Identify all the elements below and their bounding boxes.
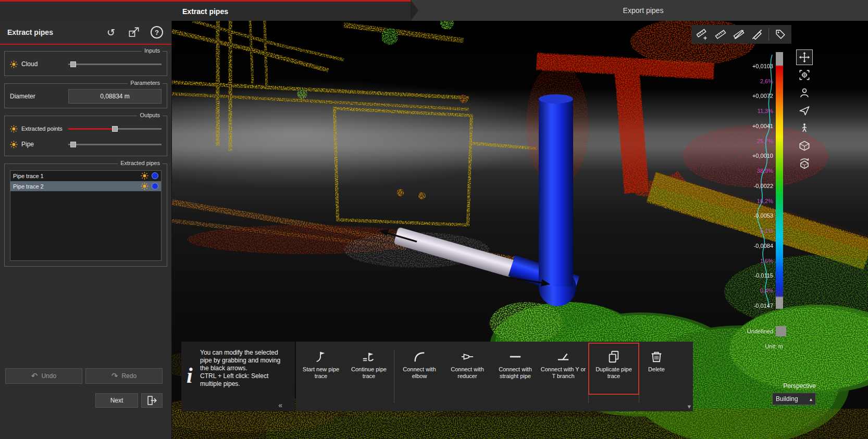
- start-new-pipe-trace-button[interactable]: Start new pipe trace: [297, 342, 345, 411]
- export-icon: [128, 27, 140, 38]
- trash-icon: [650, 350, 663, 363]
- outputs-group: Outputs Extracted points Pipe: [4, 116, 167, 156]
- ortho-view-icon[interactable]: [796, 138, 813, 154]
- scale-value: -0,0053: [724, 212, 773, 219]
- panel-header: Extract pipes ↺ ?: [0, 21, 171, 45]
- connect-straight-pipe-button[interactable]: Connect with straight pipe: [491, 342, 539, 411]
- branch-icon: [556, 350, 570, 363]
- toolbar-divider: [768, 28, 769, 41]
- viewport-3d[interactable]: +0,0103 2,6% +0,0072 11,3% +0,0041 25,7%…: [172, 21, 868, 439]
- clear-measures-icon[interactable]: [730, 27, 747, 42]
- next-label: Next: [110, 397, 123, 404]
- extracted-pipes-legend: Extracted pipes: [118, 160, 163, 166]
- info-text: the black arrows.: [200, 365, 291, 372]
- undefined-label: Undefined: [724, 328, 773, 334]
- scale-value: -0,0115: [724, 272, 773, 279]
- scale-percent: 0,4%: [724, 287, 773, 294]
- redo-label: Redo: [121, 372, 137, 380]
- scale-percent: 38,9%: [724, 168, 773, 174]
- label-tag-icon[interactable]: [772, 27, 789, 42]
- scale-value: -0,0147: [724, 303, 773, 309]
- export-window-icon[interactable]: [127, 25, 141, 40]
- extract-pipes-panel: Extract pipes ↺ ? Inputs Cloud Parameter…: [0, 21, 172, 439]
- pan-mode-icon[interactable]: [796, 49, 813, 65]
- duplicate-pipe-trace-button[interactable]: Duplicate pipe trace: [590, 342, 638, 411]
- hide-annotations-icon[interactable]: [749, 27, 765, 42]
- scale-value: +0,0103: [724, 63, 773, 70]
- scale-value: +0,0041: [724, 123, 773, 130]
- extracted-pipes-list: Pipe trace 1 Pipe trace 2: [10, 170, 162, 261]
- tab-extract-pipes[interactable]: Extract pipes: [0, 0, 411, 21]
- pipe-color-swatch[interactable]: [152, 183, 158, 190]
- measure-toolbar: [691, 25, 791, 44]
- pipe-edit-toolbar: Start new pipe trace Continue pipe trace…: [296, 342, 693, 411]
- tab-divider-chevron: [411, 0, 418, 21]
- undefined-color-swatch: [776, 326, 786, 336]
- collapse-toolbar-icon[interactable]: ▾: [687, 403, 691, 410]
- sun-icon[interactable]: [10, 141, 18, 148]
- walk-mode-icon[interactable]: [796, 120, 813, 136]
- scale-value: +0,0072: [724, 93, 773, 99]
- diameter-row: Diameter 0,08834 m: [10, 90, 162, 103]
- delete-button[interactable]: Delete: [640, 342, 673, 411]
- list-item-pipe-trace-2[interactable]: Pipe trace 2: [10, 181, 161, 192]
- scale-percent: 1,6%: [724, 258, 773, 265]
- zoom-fit-icon[interactable]: [796, 67, 813, 83]
- parameters-group: Parameters Diameter 0,08834 m: [4, 83, 167, 108]
- perspective-label: Perspective: [766, 382, 816, 390]
- visibility-sun-icon[interactable]: [141, 172, 148, 180]
- info-text: pipe by grabbing and moving: [200, 357, 291, 365]
- selected-pipe-blue[interactable]: [509, 94, 580, 306]
- navigation-toolbar: [796, 49, 814, 171]
- sun-icon[interactable]: [10, 125, 18, 133]
- view-selector-value: Building: [776, 395, 798, 403]
- elbow-icon: [413, 350, 426, 363]
- duplicate-icon: [607, 350, 621, 363]
- pipe-move-arrow[interactable]: [379, 229, 550, 286]
- workflow-tabbar: Extract pipes Export pipes: [0, 0, 868, 21]
- flag-continue-icon: [362, 350, 376, 363]
- exit-button[interactable]: [141, 393, 163, 408]
- cloud-opacity-slider[interactable]: [68, 60, 162, 68]
- extracted-points-slider[interactable]: [68, 124, 162, 133]
- scale-value: -0,0084: [724, 243, 773, 249]
- outputs-legend: Outputs: [137, 112, 163, 118]
- pipe-label: Pipe: [21, 141, 68, 148]
- tab-export-pipes[interactable]: Export pipes: [418, 0, 868, 21]
- measure-icon[interactable]: [712, 27, 729, 42]
- straight-pipe-icon: [509, 350, 522, 363]
- cloud-label: Cloud: [21, 60, 68, 68]
- panel-title: Extract pipes: [7, 28, 53, 36]
- exit-icon: [146, 395, 158, 406]
- info-text: multiple pipes.: [200, 380, 291, 388]
- continue-pipe-trace-button[interactable]: Continue pipe trace: [345, 342, 393, 411]
- histogram-curve: [752, 52, 776, 309]
- redo-button[interactable]: ↷ Redo: [85, 368, 163, 384]
- hint-infobox: i You can modify the selected pipe by gr…: [181, 342, 295, 411]
- add-measure-icon[interactable]: [694, 27, 711, 42]
- next-button[interactable]: Next: [95, 393, 138, 408]
- parameters-legend: Parameters: [128, 80, 163, 86]
- reset-icon[interactable]: ↺: [104, 25, 118, 40]
- list-item-pipe-trace-1[interactable]: Pipe trace 1: [10, 171, 161, 181]
- help-icon[interactable]: ?: [150, 25, 164, 40]
- toolbar-divider: [588, 350, 589, 403]
- diameter-input[interactable]: 0,08834 m: [68, 89, 162, 104]
- fly-mode-icon[interactable]: [796, 103, 813, 118]
- connect-reducer-button[interactable]: Connect with reducer: [443, 342, 491, 411]
- undo-button[interactable]: ↶ Undo: [5, 368, 82, 384]
- rotate-view-icon[interactable]: [796, 156, 813, 171]
- view-selector-dropdown[interactable]: Building ▴: [772, 393, 816, 405]
- scale-percent: 16,2%: [724, 198, 773, 205]
- extracted-points-label: Extracted points: [21, 126, 68, 132]
- pipe-color-swatch[interactable]: [152, 172, 158, 179]
- collapse-info-icon[interactable]: «: [278, 401, 282, 409]
- orbit-view-icon[interactable]: [796, 85, 813, 101]
- connect-elbow-button[interactable]: Connect with elbow: [395, 342, 443, 411]
- reducer-icon: [461, 350, 474, 363]
- visibility-sun-icon[interactable]: [141, 182, 148, 190]
- fitted-pipe-white[interactable]: [393, 227, 516, 278]
- sun-icon[interactable]: [10, 60, 18, 68]
- pipe-opacity-slider[interactable]: [68, 140, 162, 148]
- connect-branch-button[interactable]: Connect with Y or T branch: [539, 342, 587, 411]
